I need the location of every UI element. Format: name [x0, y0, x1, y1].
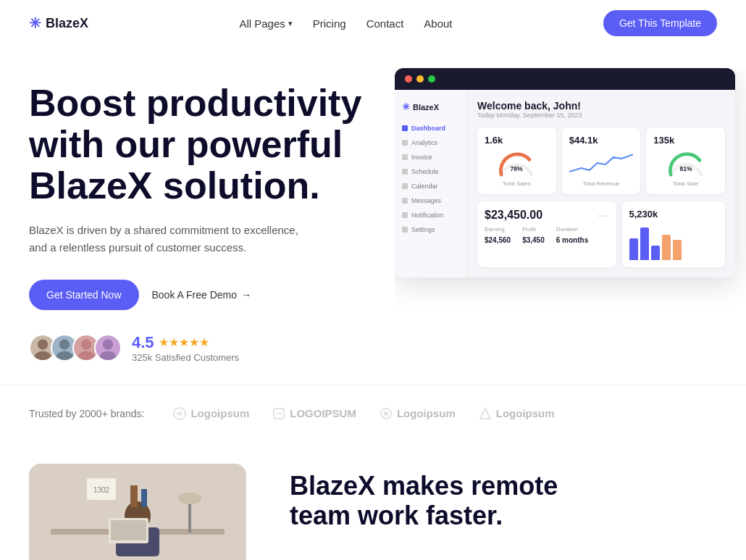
profit-label: Profit — [522, 226, 545, 233]
svg-text:1302: 1302 — [93, 486, 110, 494]
nav-contact[interactable]: Contact — [366, 17, 404, 30]
hero-buttons: Get Started Now Book A Free Demo — [29, 280, 406, 310]
svg-rect-19 — [111, 520, 146, 540]
nav-pricing[interactable]: Pricing — [313, 17, 346, 30]
invoice-icon — [402, 154, 408, 160]
sidebar-item-messages[interactable]: Messages — [395, 193, 466, 208]
gauge-chart: 78% — [485, 150, 549, 177]
earnings-menu[interactable]: ··· — [598, 209, 609, 221]
total-sales-label: Total Sales — [485, 180, 549, 187]
logo-icon: ✳ — [29, 14, 41, 32]
brand-logo-2: LOGOIPSUM — [272, 407, 356, 420]
brand-logo-3: Logoipsum — [380, 407, 456, 420]
section2-title: BlazeX makes remote team work faster. — [290, 471, 558, 531]
schedule-icon — [402, 169, 408, 175]
get-template-button[interactable]: Get This Template — [603, 10, 717, 36]
notification-icon — [402, 212, 408, 218]
svg-point-7 — [99, 351, 116, 362]
total-sale-card: 135k 81% Total Sale — [646, 128, 725, 194]
analytics-icon — [402, 140, 408, 146]
total-revenue-value: $44.1k — [569, 135, 634, 146]
minimize-dot — [416, 75, 424, 83]
brand-logos: Logoipsum LOGOIPSUM Logoipsum Logoipsum — [173, 407, 717, 420]
brands-row: Trusted by 2000+ brands: Logoipsum LOGOI… — [29, 407, 717, 420]
dashboard-sidebar: ✳ BlazeX Dashboard Analytics Invoice — [395, 90, 467, 277]
avatar-group — [29, 334, 122, 362]
svg-point-0 — [38, 339, 48, 349]
brands-label: Trusted by 2000+ brands: — [29, 408, 144, 419]
nav-all-pages[interactable]: All Pages — [239, 17, 292, 30]
svg-point-21 — [178, 493, 201, 504]
bar — [640, 227, 649, 260]
logo-text: BlazeX — [46, 16, 88, 31]
dashboard-date: Today Monday, September 15, 2023 — [477, 112, 725, 119]
total-sales-card: 1.6k 78% Total Sales — [477, 128, 556, 194]
hero-section: Boost productivity with our powerful Bla… — [0, 46, 746, 385]
earning-value: $24,560 — [485, 236, 511, 244]
total-sale-label: Total Sale — [653, 180, 718, 187]
rating-score: 4.5 — [132, 333, 154, 352]
sidebar-item-dashboard[interactable]: Dashboard — [395, 121, 466, 135]
sidebar-item-analytics[interactable]: Analytics — [395, 135, 466, 150]
sidebar-item-schedule[interactable]: Schedule — [395, 164, 466, 179]
titlebar — [395, 68, 735, 90]
profit-value: $3,450 — [522, 236, 545, 244]
bar — [673, 240, 682, 260]
get-started-button[interactable]: Get Started Now — [29, 280, 139, 310]
dashboard-main: Welcome back, John! Today Monday, Septem… — [467, 90, 735, 277]
close-dot — [405, 75, 412, 83]
sidebar-item-calendar[interactable]: Calendar — [395, 179, 466, 193]
navigation: ✳ BlazeX All Pages Pricing Contact About… — [0, 0, 746, 46]
dashboard-window: ✳ BlazeX Dashboard Analytics Invoice — [395, 68, 735, 277]
bar-chart — [629, 224, 718, 260]
rating-stars: ★★★★★ — [159, 335, 209, 349]
nav-about[interactable]: About — [424, 17, 452, 30]
earnings-details: Earning $24,560 Profit $3,450 Duration 6… — [485, 226, 609, 246]
welcome-message: Welcome back, John! — [477, 100, 725, 112]
earning-item: Earning $24,560 — [485, 226, 511, 246]
brand-logo-1: Logoipsum — [173, 407, 249, 420]
total-revenue-label: Total Revenue — [569, 180, 634, 187]
sidebar-item-settings[interactable]: Settings — [395, 222, 466, 237]
line-chart — [569, 150, 634, 177]
svg-point-13 — [384, 411, 388, 416]
bar — [662, 235, 671, 260]
sidebar-item-notification[interactable]: Notification — [395, 208, 466, 222]
dash-logo: ✳ BlazeX — [395, 97, 466, 121]
duration-item: Duration 6 months — [556, 226, 588, 246]
social-proof: 4.5 ★★★★★ 325k Satisfied Customers — [29, 333, 406, 363]
svg-text:81%: 81% — [679, 165, 692, 172]
hero-title: Boost productivity with our powerful Bla… — [29, 83, 406, 207]
section2-text: BlazeX makes remote team work faster. — [290, 464, 558, 531]
profit-item: Profit $3,450 — [522, 226, 545, 246]
dash-logo-icon: ✳ — [402, 101, 410, 112]
svg-rect-23 — [141, 489, 147, 507]
dash-logo-text: BlazeX — [413, 103, 439, 112]
svg-rect-20 — [188, 500, 191, 532]
total-sale-value: 135k — [653, 135, 718, 146]
bar-value: 5,230k — [629, 209, 718, 220]
svg-point-6 — [103, 339, 113, 349]
hero-subtitle: BlazeX is driven by a shared commitment … — [29, 222, 304, 256]
avatar — [94, 334, 122, 362]
logo[interactable]: ✳ BlazeX — [29, 14, 88, 32]
section2: 1302 BlazeX makes remote team work faste… — [0, 435, 746, 560]
duration-label: Duration — [556, 226, 588, 233]
hero-left: Boost productivity with our powerful Bla… — [29, 75, 406, 363]
calendar-icon — [402, 183, 408, 189]
svg-text:78%: 78% — [511, 165, 524, 172]
rating-info: 4.5 ★★★★★ 325k Satisfied Customers — [132, 333, 239, 363]
svg-rect-22 — [130, 485, 138, 507]
gauge-chart-2: 81% — [653, 150, 718, 177]
messages-icon — [402, 198, 408, 204]
bar — [629, 238, 638, 260]
bar-chart-card: 5,230k — [622, 201, 726, 267]
book-demo-button[interactable]: Book A Free Demo — [152, 289, 252, 301]
maximize-dot — [428, 75, 435, 83]
total-revenue-card: $44.1k Total Revenue — [562, 128, 641, 194]
customers-count: 325k Satisfied Customers — [132, 352, 239, 363]
earnings-top: $23,450.00 ··· — [485, 209, 609, 222]
bottom-row: $23,450.00 ··· Earning $24,560 Profit — [477, 201, 725, 267]
sidebar-item-invoice[interactable]: Invoice — [395, 150, 466, 164]
stat-cards: 1.6k 78% Total Sales — [477, 128, 725, 194]
